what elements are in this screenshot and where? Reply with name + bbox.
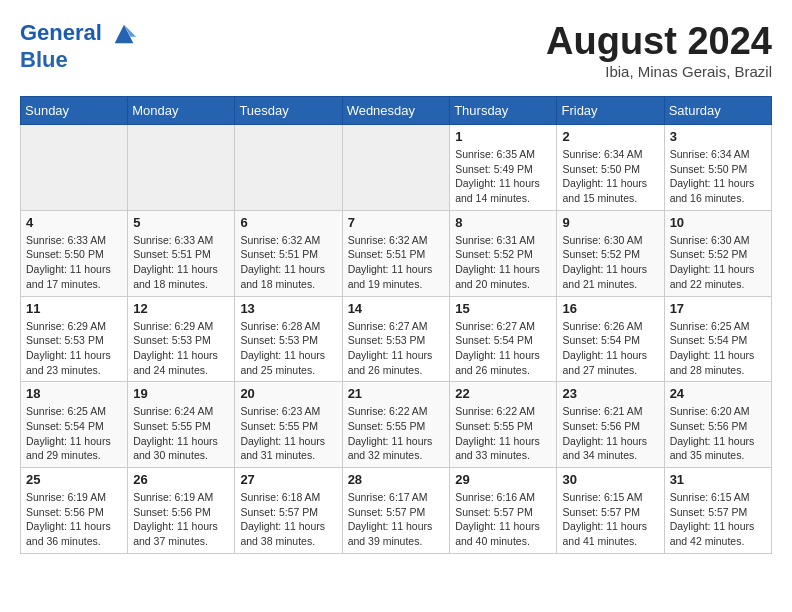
weekday-header-monday: Monday — [128, 97, 235, 125]
day-number: 27 — [240, 472, 336, 487]
calendar-day-cell: 22 Sunrise: 6:22 AMSunset: 5:55 PMDaylig… — [450, 382, 557, 468]
calendar-day-cell: 26 Sunrise: 6:19 AMSunset: 5:56 PMDaylig… — [128, 468, 235, 554]
day-number: 11 — [26, 301, 122, 316]
weekday-header-wednesday: Wednesday — [342, 97, 450, 125]
calendar-day-cell: 16 Sunrise: 6:26 AMSunset: 5:54 PMDaylig… — [557, 296, 664, 382]
day-info: Sunrise: 6:31 AMSunset: 5:52 PMDaylight:… — [455, 233, 551, 292]
calendar-day-cell: 2 Sunrise: 6:34 AMSunset: 5:50 PMDayligh… — [557, 125, 664, 211]
calendar-day-cell: 28 Sunrise: 6:17 AMSunset: 5:57 PMDaylig… — [342, 468, 450, 554]
day-info: Sunrise: 6:18 AMSunset: 5:57 PMDaylight:… — [240, 490, 336, 549]
calendar-day-cell: 15 Sunrise: 6:27 AMSunset: 5:54 PMDaylig… — [450, 296, 557, 382]
weekday-header-thursday: Thursday — [450, 97, 557, 125]
calendar-week-row: 4 Sunrise: 6:33 AMSunset: 5:50 PMDayligh… — [21, 210, 772, 296]
day-info: Sunrise: 6:19 AMSunset: 5:56 PMDaylight:… — [133, 490, 229, 549]
day-info: Sunrise: 6:29 AMSunset: 5:53 PMDaylight:… — [133, 319, 229, 378]
day-info: Sunrise: 6:33 AMSunset: 5:50 PMDaylight:… — [26, 233, 122, 292]
day-number: 4 — [26, 215, 122, 230]
calendar-day-cell — [235, 125, 342, 211]
calendar-day-cell: 23 Sunrise: 6:21 AMSunset: 5:56 PMDaylig… — [557, 382, 664, 468]
calendar-day-cell — [342, 125, 450, 211]
day-number: 6 — [240, 215, 336, 230]
calendar-day-cell: 3 Sunrise: 6:34 AMSunset: 5:50 PMDayligh… — [664, 125, 771, 211]
day-info: Sunrise: 6:25 AMSunset: 5:54 PMDaylight:… — [26, 404, 122, 463]
location: Ibia, Minas Gerais, Brazil — [546, 63, 772, 80]
calendar-day-cell: 8 Sunrise: 6:31 AMSunset: 5:52 PMDayligh… — [450, 210, 557, 296]
calendar-day-cell: 7 Sunrise: 6:32 AMSunset: 5:51 PMDayligh… — [342, 210, 450, 296]
day-number: 9 — [562, 215, 658, 230]
day-number: 7 — [348, 215, 445, 230]
calendar-day-cell: 18 Sunrise: 6:25 AMSunset: 5:54 PMDaylig… — [21, 382, 128, 468]
calendar-day-cell: 11 Sunrise: 6:29 AMSunset: 5:53 PMDaylig… — [21, 296, 128, 382]
weekday-header-row: SundayMondayTuesdayWednesdayThursdayFrid… — [21, 97, 772, 125]
calendar-day-cell: 10 Sunrise: 6:30 AMSunset: 5:52 PMDaylig… — [664, 210, 771, 296]
day-number: 23 — [562, 386, 658, 401]
day-info: Sunrise: 6:27 AMSunset: 5:54 PMDaylight:… — [455, 319, 551, 378]
calendar-week-row: 18 Sunrise: 6:25 AMSunset: 5:54 PMDaylig… — [21, 382, 772, 468]
day-info: Sunrise: 6:34 AMSunset: 5:50 PMDaylight:… — [562, 147, 658, 206]
day-number: 14 — [348, 301, 445, 316]
day-number: 18 — [26, 386, 122, 401]
day-number: 10 — [670, 215, 766, 230]
day-info: Sunrise: 6:16 AMSunset: 5:57 PMDaylight:… — [455, 490, 551, 549]
day-info: Sunrise: 6:32 AMSunset: 5:51 PMDaylight:… — [240, 233, 336, 292]
calendar-day-cell: 9 Sunrise: 6:30 AMSunset: 5:52 PMDayligh… — [557, 210, 664, 296]
calendar-day-cell: 14 Sunrise: 6:27 AMSunset: 5:53 PMDaylig… — [342, 296, 450, 382]
page-header: General Blue August 2024 Ibia, Minas Ger… — [20, 20, 772, 80]
day-info: Sunrise: 6:22 AMSunset: 5:55 PMDaylight:… — [348, 404, 445, 463]
calendar-day-cell: 20 Sunrise: 6:23 AMSunset: 5:55 PMDaylig… — [235, 382, 342, 468]
calendar-day-cell: 31 Sunrise: 6:15 AMSunset: 5:57 PMDaylig… — [664, 468, 771, 554]
day-number: 31 — [670, 472, 766, 487]
logo: General Blue — [20, 20, 138, 72]
day-number: 30 — [562, 472, 658, 487]
calendar-table: SundayMondayTuesdayWednesdayThursdayFrid… — [20, 96, 772, 554]
day-info: Sunrise: 6:15 AMSunset: 5:57 PMDaylight:… — [670, 490, 766, 549]
calendar-day-cell: 13 Sunrise: 6:28 AMSunset: 5:53 PMDaylig… — [235, 296, 342, 382]
day-info: Sunrise: 6:33 AMSunset: 5:51 PMDaylight:… — [133, 233, 229, 292]
calendar-day-cell: 1 Sunrise: 6:35 AMSunset: 5:49 PMDayligh… — [450, 125, 557, 211]
calendar-day-cell: 19 Sunrise: 6:24 AMSunset: 5:55 PMDaylig… — [128, 382, 235, 468]
day-number: 22 — [455, 386, 551, 401]
day-info: Sunrise: 6:30 AMSunset: 5:52 PMDaylight:… — [670, 233, 766, 292]
weekday-header-tuesday: Tuesday — [235, 97, 342, 125]
day-number: 25 — [26, 472, 122, 487]
day-number: 13 — [240, 301, 336, 316]
calendar-day-cell: 21 Sunrise: 6:22 AMSunset: 5:55 PMDaylig… — [342, 382, 450, 468]
day-number: 20 — [240, 386, 336, 401]
day-number: 5 — [133, 215, 229, 230]
day-number: 15 — [455, 301, 551, 316]
title-block: August 2024 Ibia, Minas Gerais, Brazil — [546, 20, 772, 80]
day-number: 29 — [455, 472, 551, 487]
day-number: 16 — [562, 301, 658, 316]
day-info: Sunrise: 6:19 AMSunset: 5:56 PMDaylight:… — [26, 490, 122, 549]
day-info: Sunrise: 6:23 AMSunset: 5:55 PMDaylight:… — [240, 404, 336, 463]
calendar-day-cell: 5 Sunrise: 6:33 AMSunset: 5:51 PMDayligh… — [128, 210, 235, 296]
day-info: Sunrise: 6:34 AMSunset: 5:50 PMDaylight:… — [670, 147, 766, 206]
logo-text: General — [20, 20, 138, 48]
month-year: August 2024 — [546, 20, 772, 63]
day-info: Sunrise: 6:29 AMSunset: 5:53 PMDaylight:… — [26, 319, 122, 378]
calendar-day-cell: 24 Sunrise: 6:20 AMSunset: 5:56 PMDaylig… — [664, 382, 771, 468]
day-info: Sunrise: 6:22 AMSunset: 5:55 PMDaylight:… — [455, 404, 551, 463]
day-number: 24 — [670, 386, 766, 401]
day-info: Sunrise: 6:28 AMSunset: 5:53 PMDaylight:… — [240, 319, 336, 378]
calendar-day-cell: 6 Sunrise: 6:32 AMSunset: 5:51 PMDayligh… — [235, 210, 342, 296]
day-number: 3 — [670, 129, 766, 144]
day-number: 19 — [133, 386, 229, 401]
day-info: Sunrise: 6:27 AMSunset: 5:53 PMDaylight:… — [348, 319, 445, 378]
day-number: 8 — [455, 215, 551, 230]
day-number: 26 — [133, 472, 229, 487]
day-number: 1 — [455, 129, 551, 144]
calendar-day-cell — [128, 125, 235, 211]
day-number: 21 — [348, 386, 445, 401]
day-info: Sunrise: 6:20 AMSunset: 5:56 PMDaylight:… — [670, 404, 766, 463]
day-info: Sunrise: 6:30 AMSunset: 5:52 PMDaylight:… — [562, 233, 658, 292]
calendar-day-cell: 30 Sunrise: 6:15 AMSunset: 5:57 PMDaylig… — [557, 468, 664, 554]
day-info: Sunrise: 6:17 AMSunset: 5:57 PMDaylight:… — [348, 490, 445, 549]
calendar-week-row: 25 Sunrise: 6:19 AMSunset: 5:56 PMDaylig… — [21, 468, 772, 554]
day-info: Sunrise: 6:15 AMSunset: 5:57 PMDaylight:… — [562, 490, 658, 549]
weekday-header-friday: Friday — [557, 97, 664, 125]
day-number: 17 — [670, 301, 766, 316]
weekday-header-sunday: Sunday — [21, 97, 128, 125]
calendar-day-cell: 29 Sunrise: 6:16 AMSunset: 5:57 PMDaylig… — [450, 468, 557, 554]
calendar-day-cell — [21, 125, 128, 211]
